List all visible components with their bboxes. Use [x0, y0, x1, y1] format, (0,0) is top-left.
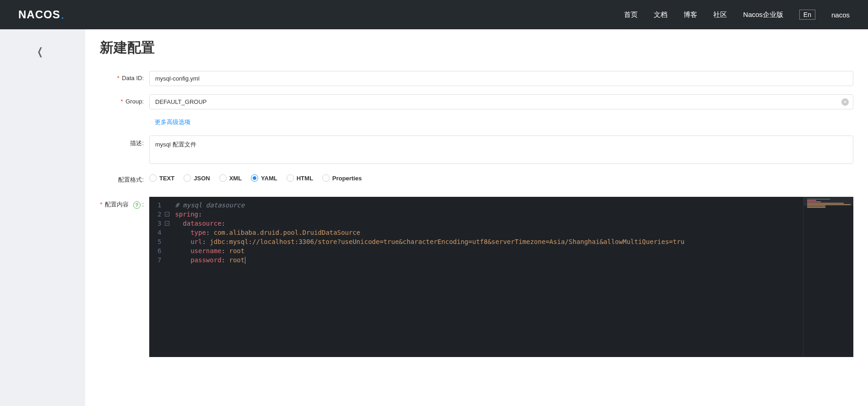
radio-circle-icon	[184, 174, 191, 182]
radio-html[interactable]: HTML	[287, 174, 313, 182]
clear-group-icon[interactable]	[841, 98, 849, 106]
radio-circle-icon	[219, 174, 227, 182]
form-row-group: * Group:	[100, 94, 853, 109]
line-number: 7	[157, 255, 161, 265]
format-radio-group: TEXT JSON XML YAML HTML	[149, 172, 362, 182]
nav-blog[interactable]: 博客	[684, 11, 697, 19]
textarea-description[interactable]	[149, 135, 853, 164]
logo[interactable]: NACOS .	[18, 7, 64, 22]
sidebar-collapse-icon[interactable]: ❮	[37, 46, 43, 58]
top-nav: 首页 文档 博客 社区 Nacos企业版 En nacos	[624, 10, 850, 20]
form-row-format: 配置格式: TEXT JSON XML YAML	[100, 172, 853, 184]
label-dataid: * Data ID:	[100, 71, 149, 81]
input-dataid[interactable]	[149, 71, 853, 86]
cursor-icon	[245, 257, 245, 264]
radio-xml[interactable]: XML	[219, 174, 242, 182]
line-number: 1	[157, 200, 161, 210]
line-number: 5	[157, 237, 161, 246]
fold-icon[interactable]: −	[165, 221, 169, 226]
nav-enterprise[interactable]: Nacos企业版	[743, 11, 783, 19]
sidebar: ❮	[0, 29, 85, 406]
editor-content[interactable]: # mysql datasource spring: datasource: t…	[173, 197, 803, 357]
nav-home[interactable]: 首页	[624, 11, 638, 19]
radio-json[interactable]: JSON	[184, 174, 210, 182]
app-header: NACOS . 首页 文档 博客 社区 Nacos企业版 En nacos	[0, 0, 868, 29]
page-title: 新建配置	[100, 38, 853, 57]
fold-icon[interactable]: −	[165, 212, 169, 217]
main-container: ❮ 新建配置 * Data ID: * Group: 更多高级选项 描述: 配置…	[0, 29, 868, 406]
language-toggle[interactable]: En	[799, 10, 815, 20]
nav-docs[interactable]: 文档	[654, 11, 667, 19]
radio-circle-icon	[149, 174, 157, 182]
code-editor[interactable]: 1 2− 3− 4 5 6 7 # mysql datasource sprin…	[149, 197, 853, 357]
editor-gutter: 1 2− 3− 4 5 6 7	[149, 197, 173, 357]
user-menu[interactable]: nacos	[831, 11, 850, 19]
form-row-description: 描述:	[100, 135, 853, 164]
line-number: 6	[157, 246, 161, 255]
radio-circle-checked-icon	[251, 174, 258, 182]
radio-circle-icon	[322, 174, 330, 182]
label-group: * Group:	[100, 94, 149, 105]
label-format: 配置格式:	[100, 172, 149, 184]
radio-yaml[interactable]: YAML	[251, 174, 277, 182]
logo-dot-icon: .	[61, 7, 65, 22]
form-row-content: * 配置内容 ? : 1 2− 3− 4 5 6 7 # mysql datas…	[100, 197, 853, 357]
content-area: 新建配置 * Data ID: * Group: 更多高级选项 描述: 配置格式…	[85, 29, 868, 406]
label-description: 描述:	[100, 135, 149, 147]
label-content: * 配置内容 ? :	[100, 197, 149, 209]
radio-properties[interactable]: Properties	[322, 174, 362, 182]
line-number: 3	[157, 219, 161, 228]
logo-text: NACOS	[18, 8, 60, 21]
line-number: 4	[157, 228, 161, 237]
editor-minimap[interactable]	[803, 197, 853, 357]
radio-circle-icon	[287, 174, 294, 182]
form-row-dataid: * Data ID:	[100, 71, 853, 86]
input-group[interactable]	[149, 94, 853, 109]
help-icon[interactable]: ?	[133, 201, 141, 209]
radio-text[interactable]: TEXT	[149, 174, 174, 182]
advanced-options-link[interactable]: 更多高级选项	[155, 118, 190, 126]
minimap-content	[807, 199, 851, 208]
line-number: 2	[157, 210, 161, 219]
nav-community[interactable]: 社区	[713, 11, 727, 19]
